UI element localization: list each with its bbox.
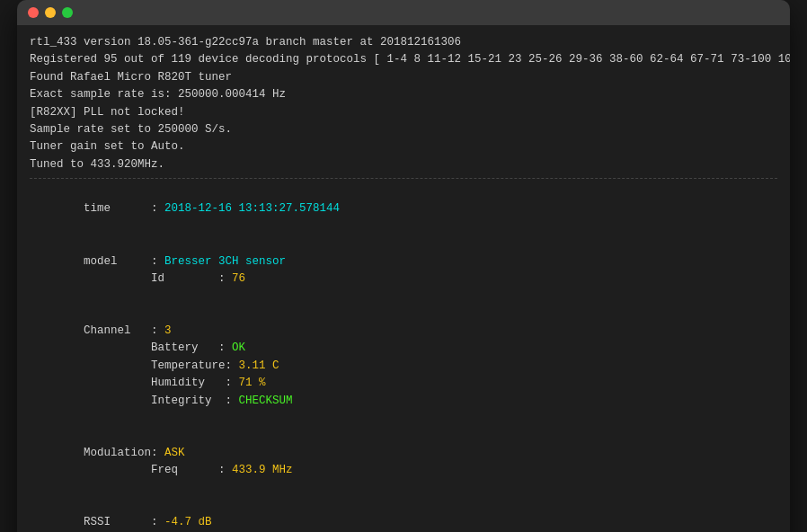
title-bar — [17, 0, 790, 25]
divider-0 — [30, 178, 777, 179]
block1-id-value: 76 — [232, 272, 245, 285]
block1-temp-value: 3.11 C — [239, 359, 279, 372]
block1-channel-value: 3 — [164, 324, 172, 337]
block1-model-value: Bresser 3CH sensor — [164, 255, 286, 268]
header-line-5: [R82XX] PLL not locked! — [30, 104, 777, 121]
block1-channel-line: Channel : 3 Battery : OK Temperature: 3.… — [30, 306, 777, 428]
block1-time-value: 2018-12-16 13:13:27.578144 — [164, 202, 340, 215]
block1-battery-value: OK — [232, 341, 245, 354]
block1-mod-value: ASK — [164, 447, 185, 459]
close-button[interactable] — [28, 7, 39, 18]
block1-rssi-line: RSSI : -4.7 dB SNR : 16.9 dB Noise : -21… — [30, 497, 777, 532]
terminal-window: rtl_433 version 18.05-361-g22cc97a branc… — [17, 0, 790, 532]
header-line-3: Found Rafael Micro R820T tuner — [30, 69, 777, 86]
terminal-body: rtl_433 version 18.05-361-g22cc97a branc… — [17, 25, 790, 532]
maximize-button[interactable] — [62, 7, 73, 18]
block1-freq-value: 433.9 MHz — [232, 464, 293, 476]
header-line-6: Sample rate set to 250000 S/s. — [30, 121, 777, 138]
header-line-2: Registered 95 out of 119 device decoding… — [30, 51, 777, 68]
block1-integrity-value: CHECKSUM — [239, 395, 293, 407]
header-line-7: Tuner gain set to Auto. — [30, 138, 777, 155]
block1-modulation-line: Modulation: ASK Freq : 433.9 MHz — [30, 427, 777, 497]
header-line-1: rtl_433 version 18.05-361-g22cc97a branc… — [30, 34, 777, 51]
header-line-8: Tuned to 433.920MHz. — [30, 156, 777, 173]
block1-humidity-value: 71 % — [239, 377, 266, 389]
block1-model-line: model : Bresser 3CH sensor Id : 76 — [30, 235, 777, 306]
block1-rssi-value: -4.7 dB — [164, 516, 212, 528]
sensor-block-1: time : 2018-12-16 13:13:27.578144 model … — [30, 183, 777, 532]
minimize-button[interactable] — [45, 7, 56, 18]
block1-time-line: time : 2018-12-16 13:13:27.578144 — [30, 183, 777, 235]
header-line-4: Exact sample rate is: 250000.000414 Hz — [30, 86, 777, 103]
